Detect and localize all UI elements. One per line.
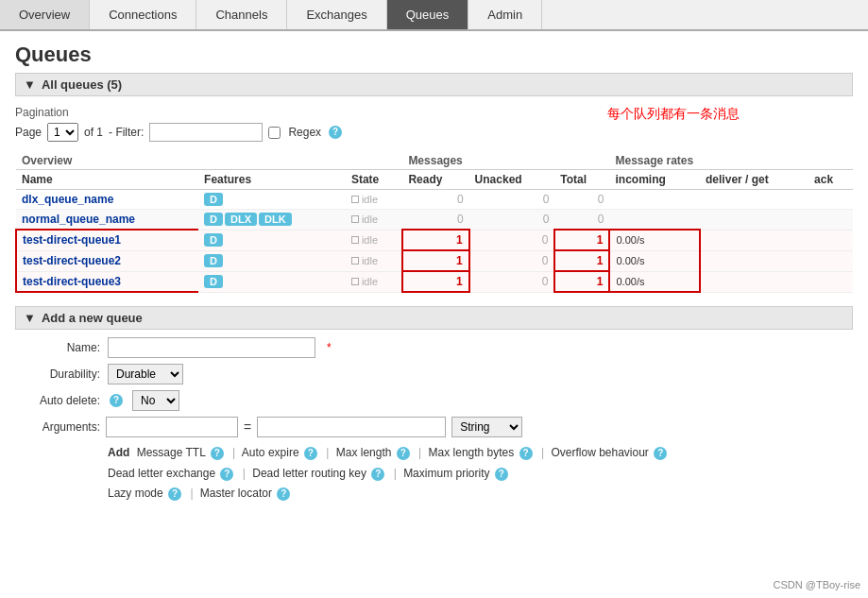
queue-table-section: Overview Messages Message rates Name Fea… — [15, 151, 853, 293]
unacked-cell: 0 — [469, 271, 555, 292]
overflow-behaviour-help[interactable]: ? — [654, 447, 667, 460]
unacked-cell: 0 — [469, 190, 555, 210]
table-row[interactable]: normal_queue_nameDDLXDLKidle000 — [16, 210, 853, 231]
add-button-label: Add — [108, 446, 129, 459]
max-length-bytes-help[interactable]: ? — [519, 447, 533, 460]
top-navigation: Overview Connections Channels Exchanges … — [0, 0, 868, 31]
incoming-cell: 0.00/s — [609, 250, 700, 271]
col-incoming: incoming — [609, 170, 700, 190]
durability-select[interactable]: Durable Transient — [108, 364, 183, 384]
table-row[interactable]: test-direct-queue3Didle1010.00/s — [16, 271, 853, 292]
unacked-cell: 0 — [469, 210, 555, 231]
table-row[interactable]: test-direct-queue1Didle1010.00/s — [16, 230, 853, 250]
filter-input[interactable] — [149, 123, 263, 142]
state-cell: idle — [346, 230, 402, 250]
link-max-length[interactable]: Max length — [336, 446, 392, 459]
unacked-cell: 0 — [469, 230, 555, 250]
queue-name-cell[interactable]: normal_queue_name — [16, 210, 198, 231]
ack-cell — [808, 210, 853, 231]
page-select[interactable]: 1 — [47, 123, 78, 142]
total-cell: 1 — [554, 271, 609, 292]
filter-label: - Filter: — [109, 126, 144, 139]
auto-delete-label: Auto delete: — [15, 394, 100, 407]
message-ttl-help[interactable]: ? — [211, 447, 224, 460]
nav-overview[interactable]: Overview — [0, 0, 90, 29]
table-row[interactable]: dlx_queue_nameDidle000 — [16, 190, 853, 210]
auto-delete-row: Auto delete: ? No Yes — [15, 390, 853, 411]
features-cell: D — [198, 271, 346, 292]
total-cell: 1 — [554, 250, 609, 271]
deliver-get-cell — [700, 271, 808, 292]
auto-delete-select[interactable]: No Yes — [132, 390, 179, 411]
regex-help-icon[interactable]: ? — [329, 126, 342, 139]
incoming-cell — [609, 210, 700, 231]
nav-admin[interactable]: Admin — [468, 0, 542, 29]
incoming-cell: 0.00/s — [609, 230, 700, 250]
maximum-priority-help[interactable]: ? — [495, 468, 508, 481]
deliver-get-cell — [700, 210, 808, 231]
link-overflow-behaviour[interactable]: Overflow behaviour — [551, 446, 648, 459]
queue-name-cell[interactable]: test-direct-queue3 — [16, 271, 198, 292]
link-lazy-mode[interactable]: Lazy mode — [108, 487, 163, 500]
total-cell: 1 — [554, 230, 609, 250]
auto-expire-help[interactable]: ? — [304, 447, 317, 460]
lazy-mode-help[interactable]: ? — [168, 487, 181, 501]
add-queue-arrow-icon: ▼ — [24, 311, 36, 325]
dead-letter-routing-key-help[interactable]: ? — [371, 468, 384, 481]
nav-connections[interactable]: Connections — [90, 0, 196, 29]
ack-cell — [808, 190, 853, 210]
regex-checkbox[interactable] — [268, 127, 281, 139]
add-queue-section: ▼ Add a new queue Name: * Durability: Du… — [15, 306, 853, 512]
messages-group-header: Messages — [402, 151, 609, 170]
incoming-cell: 0.00/s — [609, 271, 700, 292]
args-key-input[interactable] — [106, 417, 238, 437]
auto-delete-help-icon[interactable]: ? — [110, 394, 123, 407]
name-label: Name: — [15, 341, 100, 354]
name-input[interactable] — [108, 337, 315, 358]
features-cell: D — [198, 250, 346, 271]
regex-label: Regex — [288, 126, 321, 139]
link-max-length-bytes[interactable]: Max length bytes — [429, 446, 515, 459]
args-value-input[interactable] — [257, 417, 446, 437]
link-master-locator[interactable]: Master locator — [200, 487, 272, 500]
col-state: State — [346, 170, 402, 190]
link-auto-expire[interactable]: Auto expire — [242, 446, 299, 459]
link-message-ttl[interactable]: Message TTL — [137, 446, 206, 459]
col-ack: ack — [808, 170, 853, 190]
deliver-get-cell — [700, 250, 808, 271]
total-cell: 0 — [554, 190, 609, 210]
unacked-cell: 0 — [469, 250, 555, 271]
nav-queues[interactable]: Queues — [387, 0, 469, 29]
queue-name-cell[interactable]: test-direct-queue1 — [16, 230, 198, 250]
args-type-select[interactable]: String Number Boolean — [451, 417, 522, 437]
max-length-help[interactable]: ? — [397, 447, 410, 460]
col-deliver-get: deliver / get — [700, 170, 808, 190]
all-queues-header[interactable]: ▼ All queues (5) — [15, 73, 853, 96]
master-locator-help[interactable]: ? — [277, 487, 290, 501]
state-cell: idle — [346, 210, 402, 231]
col-ready: Ready — [402, 170, 468, 190]
equals-sign: = — [244, 419, 251, 435]
state-cell: idle — [346, 190, 402, 210]
link-dead-letter-exchange[interactable]: Dead letter exchange — [108, 467, 215, 480]
overview-group-header: Overview — [16, 151, 402, 170]
queue-name-cell[interactable]: test-direct-queue2 — [16, 250, 198, 271]
table-row[interactable]: test-direct-queue2Didle1010.00/s — [16, 250, 853, 271]
col-name: Name — [16, 170, 198, 190]
nav-channels[interactable]: Channels — [196, 0, 287, 29]
dead-letter-exchange-help[interactable]: ? — [220, 468, 233, 481]
add-links-section: Add Message TTL ? | Auto expire ? | Max … — [108, 443, 853, 504]
link-dead-letter-routing-key[interactable]: Dead letter routing key — [252, 467, 366, 480]
add-queue-header[interactable]: ▼ Add a new queue — [15, 306, 853, 330]
link-maximum-priority[interactable]: Maximum priority — [403, 467, 489, 480]
name-row: Name: * — [15, 337, 853, 358]
incoming-cell — [609, 190, 700, 210]
nav-exchanges[interactable]: Exchanges — [287, 0, 386, 29]
deliver-get-cell — [700, 230, 808, 250]
total-cell: 0 — [554, 210, 609, 231]
queue-name-cell[interactable]: dlx_queue_name — [16, 190, 198, 210]
all-queues-label: All queues (5) — [42, 77, 122, 92]
ready-cell: 1 — [402, 230, 468, 250]
arguments-row: Arguments: = String Number Boolean — [15, 417, 853, 437]
pagination-controls: Page 1 of 1 - Filter: Regex ? — [15, 123, 853, 142]
